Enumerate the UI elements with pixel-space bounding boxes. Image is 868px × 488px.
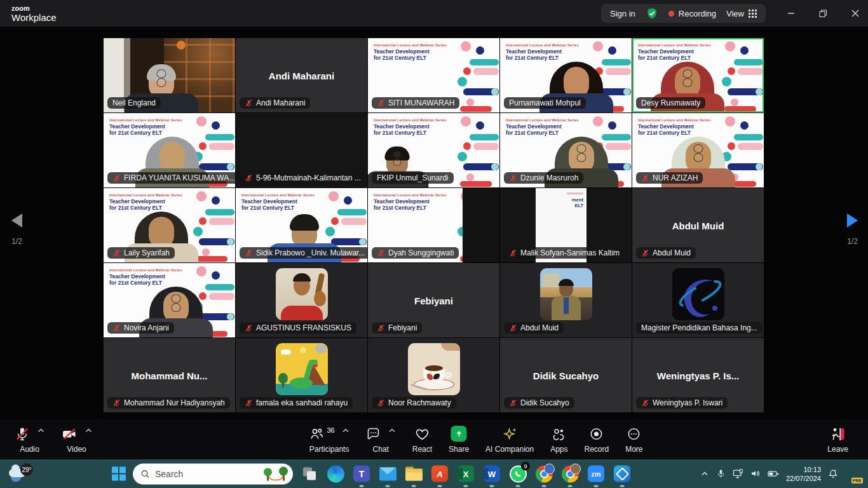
apps-button[interactable]: Apps (542, 419, 576, 459)
participant-tile[interactable]: Didik SucahyoDidik Sucahyo (500, 338, 632, 412)
next-page-arrow-icon[interactable] (847, 214, 858, 227)
participants-options-chevron-icon[interactable] (342, 428, 349, 433)
participant-tile[interactable]: FebiyaniFebiyani (368, 263, 499, 337)
photos-icon[interactable] (613, 464, 632, 484)
minimize-button[interactable] (787, 10, 795, 17)
zoom-app-icon[interactable]: zm (587, 464, 606, 484)
avatar-image (276, 268, 328, 320)
muted-mic-icon (245, 99, 253, 107)
previous-page-arrow-icon[interactable] (11, 214, 22, 227)
participant-tile[interactable]: International Lecture and Webinar Series… (104, 113, 235, 187)
start-button[interactable] (112, 467, 126, 481)
chrome-profile-2-icon[interactable] (560, 464, 580, 484)
participant-tile[interactable]: Abdul Muid (500, 263, 632, 337)
record-button[interactable]: Record (576, 419, 618, 459)
react-label: React (412, 445, 432, 454)
share-screen-icon (451, 426, 467, 442)
running-indicator (412, 485, 416, 487)
recording-dot-icon (668, 11, 674, 17)
tray-microphone-icon[interactable] (716, 469, 726, 478)
banner-series-text: International Lecture and Webinar Series (638, 118, 711, 122)
edge-icon[interactable] (326, 464, 345, 484)
participant-name-label: Andi Maharani (240, 97, 310, 109)
participant-tile[interactable]: Magister Pendidikan Bahasa Ing... (632, 263, 764, 337)
share-button[interactable]: Share (440, 419, 477, 459)
teams-icon[interactable]: T (352, 464, 371, 484)
participant-tile[interactable]: Noor Rachmawaty (368, 338, 499, 412)
ai-button[interactable]: AI Companion (477, 419, 542, 459)
banner-series-text: International Lecture and Webinar Series (241, 193, 315, 197)
participant-tile[interactable]: International Lecture and Webinar Series… (368, 38, 499, 112)
weather-widget[interactable]: 29° (9, 463, 33, 484)
system-tray: 10:13 22/07/2024 z PRE (700, 464, 860, 483)
tray-clock[interactable]: 10:13 22/07/2024 (786, 464, 821, 483)
banner-title-text: Teacher Developmentfor 21st Century ELT (374, 198, 430, 211)
muted-mic-icon (112, 249, 121, 257)
participant-tile[interactable]: International Lecture and Webinar Series… (104, 188, 235, 262)
search-input[interactable]: Search (133, 463, 293, 484)
participant-tile[interactable]: mentELTMalik Sofyan-Sanimas Kaltim (500, 188, 632, 262)
tray-speaker-icon[interactable] (750, 469, 761, 478)
participant-name-label: Febiyani (372, 322, 422, 334)
participant-tile[interactable]: Weningtyas P. Is...Weningtyas P. Iswari (632, 338, 764, 412)
participant-tile[interactable]: International Lecture and Webinar Series… (368, 113, 499, 187)
word-icon[interactable]: W (482, 464, 501, 484)
task-view-icon[interactable] (300, 464, 319, 484)
participant-display-name: Weningtyas P. Is... (632, 370, 764, 381)
whatsapp-icon[interactable]: 9 (508, 464, 527, 484)
mail-icon[interactable] (378, 464, 397, 484)
chat-options-chevron-icon[interactable] (389, 428, 396, 433)
leave-button[interactable]: Leave (819, 419, 857, 459)
participant-name-label: FKIP Unmul_Sunardi (372, 172, 454, 184)
participant-tile[interactable]: Andi MaharaniAndi Maharani (236, 38, 367, 112)
participant-tile[interactable]: 5-96-Mutmainah-Kalimantan ... (236, 113, 367, 187)
pdf-reader-icon[interactable]: A (430, 464, 449, 484)
more-button[interactable]: More (617, 419, 651, 459)
participant-tile[interactable]: Mohammad Nu...Mohammad Nur Hadiyansyah (104, 338, 235, 412)
banner-series-text: International Lecture and Webinar Series (638, 43, 711, 47)
participant-tile[interactable]: Neil England (104, 38, 235, 112)
audio-options-chevron-icon[interactable] (37, 428, 44, 433)
video-button[interactable]: Video (53, 419, 100, 459)
participant-tile[interactable]: International Lecture and Webinar Series… (632, 38, 764, 112)
participant-tile[interactable]: International Lecture and Webinar Series… (632, 113, 764, 187)
muted-mic-icon (641, 399, 649, 407)
banner-series-text: International Lecture and Webinar Series (109, 193, 182, 197)
participant-tile[interactable]: International Lecture and Webinar Series… (368, 188, 499, 262)
video-options-chevron-icon[interactable] (85, 428, 92, 433)
participant-name-label: Sidik Prabowo _Univ. Mulawar... (240, 247, 367, 259)
running-indicator (438, 485, 442, 487)
participant-tile[interactable]: AGUSTINUS FRANSISKUS (236, 263, 367, 337)
apps-icon (552, 426, 567, 442)
title-bar: zoom Workplace Sign in Recording View (0, 0, 868, 27)
file-explorer-icon[interactable] (404, 464, 423, 484)
participant-display-name: Andi Maharani (236, 70, 367, 81)
restore-button[interactable] (819, 10, 827, 18)
react-button[interactable]: React (404, 419, 440, 459)
participant-tile[interactable]: International Lecture and Webinar Series… (500, 38, 632, 112)
participants-button[interactable]: 36Participants (301, 419, 357, 459)
ai-label: AI Companion (485, 445, 534, 454)
tray-cast-display-icon[interactable] (733, 469, 743, 478)
audio-button[interactable]: Audio (6, 419, 53, 459)
close-button[interactable] (851, 10, 859, 17)
chrome-profile-1-icon[interactable] (534, 464, 553, 484)
participant-tile[interactable]: famala eka sanhadi rahayu (236, 338, 367, 412)
gallery-previous-page: 1/2 (11, 214, 22, 246)
copilot-icon[interactable]: PRE (845, 466, 860, 482)
tray-chevron-up-icon[interactable] (700, 470, 709, 478)
participant-tile[interactable]: International Lecture and Webinar Series… (236, 188, 367, 262)
glasses (171, 294, 180, 312)
excel-icon[interactable]: X (456, 464, 475, 484)
tray-battery-icon[interactable] (768, 470, 779, 478)
sign-in-button[interactable]: Sign in (610, 9, 635, 18)
chat-button[interactable]: Chat (358, 419, 404, 459)
muted-mic-icon (641, 249, 649, 257)
participant-tile[interactable]: International Lecture and Webinar Series… (104, 263, 235, 337)
tray-notification-bell-icon[interactable]: z (828, 469, 838, 479)
participant-tile[interactable]: Abdul MuidAbdul Muid (632, 188, 764, 262)
banner-series-text: International Lecture and Webinar Series (506, 118, 579, 122)
glasses (693, 144, 703, 162)
participant-tile[interactable]: International Lecture and Webinar Series… (500, 113, 632, 187)
view-button[interactable]: View (726, 9, 757, 18)
